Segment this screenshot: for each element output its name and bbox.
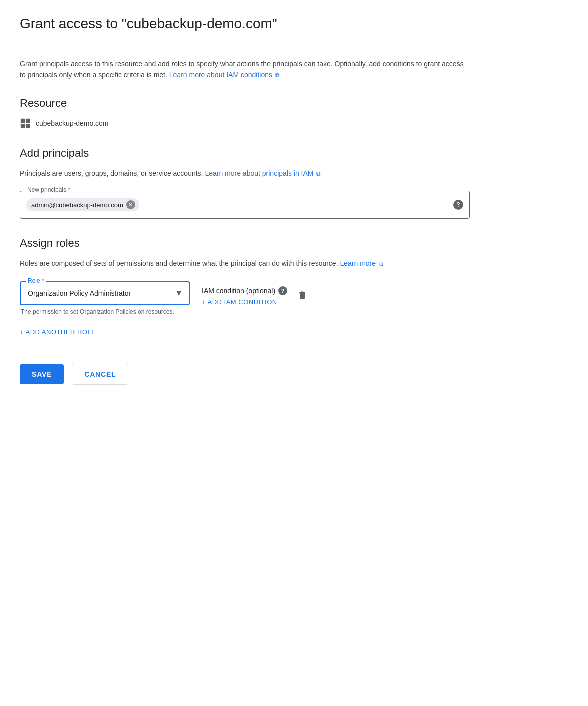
add-principals-section: Add principals Principals are users, gro… <box>20 147 470 219</box>
external-link-icon-2: ⧉ <box>316 170 321 179</box>
resource-name: cubebackup-demo.com <box>36 120 109 128</box>
svg-rect-2 <box>21 124 25 128</box>
add-iam-condition-link[interactable]: + ADD IAM CONDITION <box>202 298 288 306</box>
role-select-wrapper[interactable]: Role * Organization Policy Administrator… <box>20 282 190 306</box>
page-description: Grant principals access to this resource… <box>20 58 470 81</box>
resource-section: Resource cubebackup-demo.com <box>20 97 470 129</box>
page-title: Grant access to "cubebackup-demo.com" <box>20 16 470 42</box>
cancel-button[interactable]: CANCEL <box>72 364 128 385</box>
learn-iam-conditions-link[interactable]: Learn more about IAM conditions ⧉ <box>170 71 280 79</box>
resource-section-title: Resource <box>20 97 470 110</box>
iam-help-icon[interactable]: ? <box>278 286 288 296</box>
svg-rect-3 <box>26 124 30 128</box>
add-principals-title: Add principals <box>20 147 470 160</box>
svg-rect-1 <box>26 119 30 123</box>
role-select[interactable]: Organization Policy Administrator <box>21 282 189 304</box>
resource-item: cubebackup-demo.com <box>20 118 470 129</box>
roles-description: Roles are composed of sets of permission… <box>20 258 470 269</box>
iam-condition-header: IAM condition (optional) ? <box>202 286 288 296</box>
external-link-icon: ⧉ <box>276 71 280 80</box>
learn-more-link[interactable]: Learn more ⧉ <box>340 260 383 268</box>
new-principals-input-group[interactable]: New principals * admin@cubebackup-demo.c… <box>20 191 470 219</box>
delete-role-button[interactable] <box>294 286 312 304</box>
save-button[interactable]: SAVE <box>20 364 64 384</box>
role-label: Role * <box>26 278 46 284</box>
action-buttons: SAVE CANCEL <box>20 364 470 385</box>
new-principals-label: New principals * <box>26 186 72 194</box>
learn-principals-link[interactable]: Learn more about principals in IAM ⧉ <box>205 170 321 178</box>
iam-condition-section: IAM condition (optional) ? + ADD IAM CON… <box>202 282 312 306</box>
principals-help-icon[interactable]: ? <box>454 200 464 210</box>
role-description: The permission to set Organization Polic… <box>21 308 190 316</box>
iam-condition-label: IAM condition (optional) <box>202 287 276 295</box>
external-link-icon-3: ⧉ <box>379 260 384 269</box>
chip-close-button[interactable]: ✕ <box>126 200 136 210</box>
principal-chip: admin@cubebackup-demo.com ✕ <box>26 198 140 212</box>
assign-roles-section: Assign roles Roles are composed of sets … <box>20 237 470 340</box>
chip-value: admin@cubebackup-demo.com <box>32 202 124 209</box>
svg-rect-0 <box>21 119 25 123</box>
principals-description: Principals are users, groups, domains, o… <box>20 168 470 179</box>
assign-roles-title: Assign roles <box>20 237 470 250</box>
grid-icon <box>20 118 31 129</box>
add-another-role-button[interactable]: + ADD ANOTHER ROLE <box>20 324 96 340</box>
role-row: Role * Organization Policy Administrator… <box>20 282 470 316</box>
